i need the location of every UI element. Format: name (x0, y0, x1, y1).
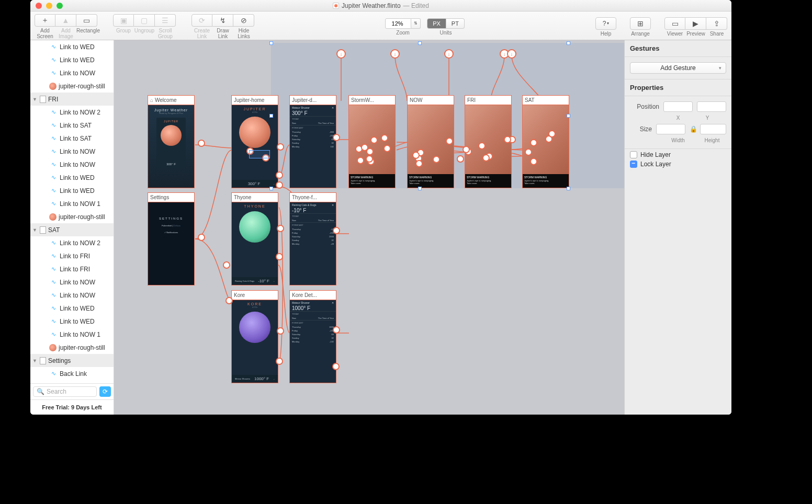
artboard-title[interactable]: Kore (231, 290, 278, 300)
artboard-jhome[interactable]: Jupiter-homeJUPITER4:21h300° F⌄ (231, 95, 278, 188)
layer-row[interactable]: ∿Link to NOW (30, 158, 114, 171)
artboard-thyone[interactable]: ThyoneTHYONERaining Cats & Dogs-10° F⌄ (231, 192, 278, 285)
close-button[interactable] (36, 3, 42, 9)
layer-row[interactable]: ∿Link to WED (30, 53, 114, 66)
position-x-input[interactable] (663, 101, 693, 112)
titlebar[interactable]: Jupiter Weather.flinto — Edited (30, 0, 731, 12)
zoom-button[interactable] (57, 3, 63, 9)
layer-row[interactable]: ∿Link to WED (30, 315, 114, 328)
selection-handle[interactable] (567, 41, 570, 45)
size-height-input[interactable] (700, 124, 726, 134)
canvas[interactable]: ⌂WelcomeJupiter WeatherMade by Penguins … (114, 40, 624, 415)
selection-box[interactable] (249, 150, 270, 158)
link-node[interactable] (276, 358, 283, 365)
disclosure-icon[interactable]: ▼ (32, 227, 38, 233)
layer-group-row[interactable]: ▼FRI (30, 93, 114, 106)
link-node[interactable] (198, 234, 205, 241)
artboard-kore[interactable]: KoreKORE4:21hMeteor Showers1000° F⌄ (231, 290, 278, 383)
link-node[interactable] (366, 148, 374, 155)
link-node[interactable] (332, 363, 340, 370)
layer-row[interactable]: ∿Link to NOW 2 (30, 106, 114, 119)
link-node[interactable] (277, 225, 284, 232)
artboard-title[interactable]: SAT (522, 95, 569, 105)
create-link-button[interactable]: ⟳ (191, 14, 212, 27)
layer-row[interactable]: ∿Link to SAT (30, 132, 114, 145)
arrow-node[interactable]: ↓ (390, 49, 400, 59)
layer-row[interactable]: jupiter-rough-still (30, 341, 114, 354)
selection-handle[interactable] (418, 41, 422, 45)
link-node[interactable] (478, 142, 486, 150)
viewer-button[interactable]: ▭ (664, 17, 685, 30)
link-node[interactable] (457, 155, 464, 163)
artboard-settings[interactable]: SettingsSETTINGSFahrenheit | Celsius✓ No… (148, 192, 195, 285)
preview-button[interactable]: ▶ (685, 17, 706, 30)
artboard-title[interactable]: Kore Det... (289, 290, 336, 300)
link-node[interactable] (463, 146, 470, 153)
arrow-node[interactable]: ↓ (336, 49, 346, 59)
scroll-group-button[interactable]: ☰ (155, 14, 176, 27)
artboard-jdet[interactable]: Jupiter-d...Meteor Shower✕300° FTODAYNow… (289, 95, 336, 188)
selection-handle[interactable] (567, 114, 570, 118)
link-node[interactable] (370, 136, 378, 144)
link-node[interactable] (333, 326, 340, 334)
draw-link-button[interactable]: ↯ (212, 14, 233, 27)
disclosure-icon[interactable]: ▼ (32, 97, 38, 102)
artboard-koredet[interactable]: Kore Det...Meteor Shower✕1000° FTODAYNow… (289, 290, 336, 383)
minimize-button[interactable] (46, 3, 52, 9)
units-pt-button[interactable]: PT (446, 18, 465, 29)
size-width-input[interactable] (656, 124, 685, 134)
layer-row[interactable]: ∿Link to SAT (30, 119, 114, 132)
rectangle-button[interactable]: ▭ (76, 14, 97, 27)
link-node[interactable] (223, 261, 230, 269)
group-button[interactable]: ▣ (113, 14, 134, 27)
layer-row[interactable]: ∿Link to WED (30, 171, 114, 184)
help-button[interactable]: ? ▾ (595, 17, 616, 30)
link-node[interactable] (333, 227, 340, 234)
lock-layer-checkbox[interactable] (630, 161, 637, 168)
artboard-title[interactable]: FRI (465, 95, 512, 105)
layer-row[interactable]: ∿Link to WED (30, 184, 114, 197)
layer-row[interactable]: ∿Link to NOW 1 (30, 328, 114, 341)
artboard-title[interactable]: Jupiter-home (231, 95, 278, 105)
units-px-button[interactable]: PX (427, 18, 446, 29)
artboard-thyf[interactable]: Thyone-f...Raining Cats & Dogs✕-10° FTOD… (289, 192, 336, 285)
link-node[interactable] (548, 130, 556, 138)
artboard-title[interactable]: ⌂Welcome (148, 95, 195, 105)
position-y-input[interactable] (697, 101, 726, 112)
link-filter-toggle[interactable]: ⟳ (99, 386, 111, 397)
arrow-node[interactable]: ↓ (444, 49, 454, 59)
link-node[interactable] (433, 156, 440, 163)
artboard-title[interactable]: NOW (407, 95, 454, 105)
layer-row[interactable]: ∿Link to NOW 2 (30, 236, 114, 249)
link-node[interactable] (277, 143, 284, 151)
disclosure-icon[interactable]: ▼ (32, 358, 38, 363)
arrow-node[interactable]: ↓ (507, 49, 516, 59)
link-node[interactable] (276, 181, 283, 189)
artboard-title[interactable]: Settings (148, 192, 195, 202)
link-node[interactable] (276, 171, 283, 179)
layer-row[interactable]: ∿Link to NOW (30, 145, 114, 158)
layer-row[interactable]: jupiter-rough-still (30, 210, 114, 223)
link-node[interactable] (412, 152, 420, 159)
layer-row[interactable]: ∿Link to NOW (30, 289, 114, 302)
layer-row[interactable]: ∿Link to NOW (30, 66, 114, 79)
link-node[interactable] (333, 134, 340, 141)
layer-group-row[interactable]: ▼Settings (30, 354, 114, 367)
hide-layer-checkbox[interactable] (630, 151, 637, 158)
artboard-title[interactable]: StormW... (348, 95, 396, 105)
share-button[interactable]: ⇪ (706, 17, 727, 30)
link-node[interactable] (225, 297, 233, 304)
link-node[interactable] (530, 139, 537, 146)
selection-handle[interactable] (269, 187, 273, 190)
zoom-stepper[interactable]: ⇅ (411, 18, 421, 29)
artboard-title[interactable]: Jupiter-d... (289, 95, 336, 105)
ungroup-button[interactable]: ▢ (134, 14, 155, 27)
selection-handle[interactable] (269, 41, 273, 45)
layer-row[interactable]: ∿Link to WED (30, 40, 114, 53)
zoom-input[interactable] (385, 18, 411, 29)
layer-row[interactable]: jupiter-rough-still (30, 79, 114, 93)
link-node[interactable] (277, 327, 284, 335)
link-node[interactable] (415, 160, 423, 167)
link-node[interactable] (198, 140, 205, 147)
layer-list[interactable]: ∿Link to WED∿Link to WED∿Link to NOWjupi… (30, 40, 114, 383)
